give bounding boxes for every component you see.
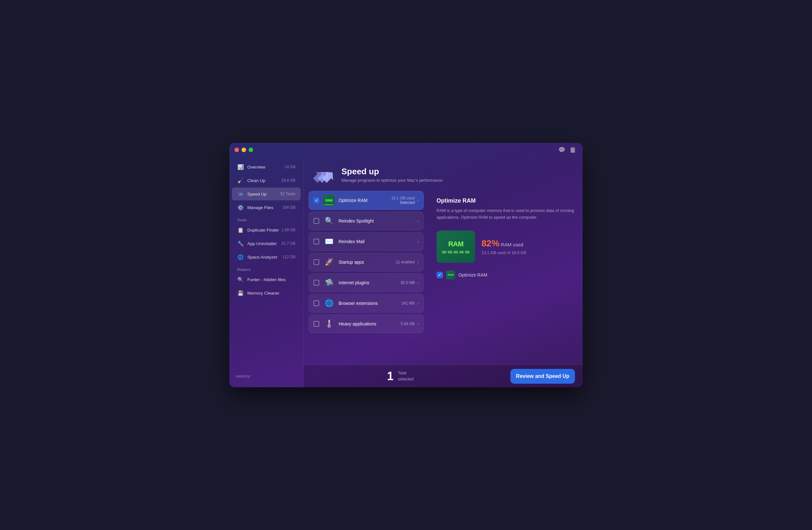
ram-chip-dots bbox=[442, 251, 469, 253]
task-name-startup: Startup apps bbox=[338, 260, 396, 265]
footer-task-count: 1 bbox=[387, 369, 393, 383]
footer: 1 Task selected Review and Speed Up bbox=[304, 365, 583, 387]
sidebar-value-managefiles: 108 GB bbox=[282, 205, 295, 210]
footer-right: Review and Speed Up bbox=[503, 369, 583, 384]
browser-task-icon: 🌐 bbox=[323, 297, 335, 309]
traffic-lights bbox=[234, 148, 253, 152]
task-item-browser-extensions[interactable]: 🌐 Browser extensions 241 MB › bbox=[309, 294, 424, 312]
sidebar-item-speedup[interactable]: ≫ Speed Up 52 Tasks bbox=[232, 187, 301, 200]
minimize-button[interactable] bbox=[242, 148, 246, 152]
sidebar-value-uninstaller: 31.7 GB bbox=[281, 241, 295, 246]
plugins-task-icon: 🛸 bbox=[323, 277, 335, 289]
sidebar-value-overview: 14 GB bbox=[285, 165, 295, 169]
sidebar-label-speedup: Speed Up bbox=[247, 192, 280, 196]
page-title: Speed up bbox=[342, 167, 443, 177]
ram-dot-1 bbox=[442, 251, 447, 253]
ram-dot-2 bbox=[448, 251, 452, 253]
footer-task-text: Task selected bbox=[398, 370, 414, 382]
task-chevron-4: › bbox=[417, 280, 419, 285]
space-icon: 🌐 bbox=[237, 253, 244, 261]
optimize-label: Optimize RAM bbox=[458, 273, 487, 278]
helpers-section-label: Helpers bbox=[229, 264, 303, 273]
close-button[interactable] bbox=[234, 148, 239, 152]
ram-percent-number: 82% bbox=[481, 238, 499, 249]
review-and-speedup-button[interactable]: Review and Speed Up bbox=[510, 369, 575, 384]
optimize-checkbox[interactable] bbox=[436, 272, 443, 278]
ram-dot-4 bbox=[459, 251, 464, 253]
task-item-optimize-ram[interactable]: RAM Optimize RAM 13.1 GB used Selected › bbox=[309, 191, 424, 210]
speedup-header-icon bbox=[313, 163, 336, 186]
sidebar-label-managefiles: Manage Files bbox=[247, 205, 282, 210]
sidebar-label-uninstaller: App Uninstaller bbox=[247, 241, 281, 246]
task-name-browser: Browser extensions bbox=[338, 301, 402, 306]
ram-chip-label: RAM bbox=[448, 240, 463, 248]
task-chevron-0: › bbox=[417, 198, 419, 203]
task-chevron-3: › bbox=[417, 260, 419, 265]
sidebar-label-memory: Memory Cleaner bbox=[247, 291, 295, 295]
task-item-heavy-apps[interactable]: 🌡️ Heavy applications 5.89 GB › bbox=[309, 315, 424, 333]
sidebar-label-duplicate: Duplicate Finder bbox=[247, 228, 281, 233]
content-header: Speed up Manage programs to optimize you… bbox=[304, 157, 583, 191]
task-value-plugins: 35.5 MB bbox=[401, 280, 415, 285]
fullscreen-button[interactable] bbox=[249, 148, 253, 152]
task-checkbox-optimize-ram[interactable] bbox=[314, 197, 319, 203]
task-item-startup-apps[interactable]: 🚀 Startup apps 11 enabled › bbox=[309, 253, 424, 271]
funter-icon: 🔍 bbox=[237, 276, 244, 283]
task-checkbox-heavy[interactable] bbox=[314, 321, 319, 327]
list-icon[interactable]: 📋 bbox=[569, 146, 576, 153]
task-checkbox-browser[interactable] bbox=[314, 301, 319, 306]
startup-task-icon: 🚀 bbox=[323, 256, 335, 268]
sidebar-item-cleanup[interactable]: 🧹 Clean Up 18.8 GB bbox=[232, 174, 301, 187]
optimize-ram-icon: RAM bbox=[446, 270, 455, 279]
task-value-startup: 11 enabled bbox=[396, 260, 415, 264]
tools-section-label: Tools bbox=[229, 214, 303, 223]
sidebar-item-memory[interactable]: 💾 Memory Cleaner bbox=[232, 287, 301, 299]
task-checkbox-startup[interactable] bbox=[314, 259, 319, 265]
task-item-reindex-mail[interactable]: ✉️ Reindex Mail › bbox=[309, 232, 424, 251]
task-item-reindex-spotlight[interactable]: 🔍 Reindex Spotlight › bbox=[309, 212, 424, 230]
sidebar-value-cleanup: 18.8 GB bbox=[281, 178, 295, 183]
sidebar-item-uninstaller[interactable]: 🔧 App Uninstaller 31.7 GB bbox=[232, 237, 301, 250]
sidebar-item-space[interactable]: 🌐 Space Analyzer 112 GB bbox=[232, 251, 301, 263]
task-name-plugins: Internet plugins bbox=[338, 280, 401, 285]
task-item-internet-plugins[interactable]: 🛸 Internet plugins 35.5 MB › bbox=[309, 273, 424, 292]
main-layout: 📊 Overview 14 GB 🧹 Clean Up 18.8 GB ≫ Sp… bbox=[229, 157, 583, 387]
detail-panel: Optimize RAM RAM is a type of computer m… bbox=[429, 191, 583, 365]
chat-icon[interactable]: 💬 bbox=[558, 146, 565, 153]
sidebar-item-duplicate[interactable]: 📋 Duplicate Finder 1.08 GB bbox=[232, 224, 301, 236]
footer-task-sublabel: selected bbox=[398, 376, 414, 382]
nektony-logo: nektony bbox=[236, 374, 250, 378]
heavy-task-icon: 🌡️ bbox=[323, 318, 335, 330]
task-checkbox-spotlight[interactable] bbox=[314, 218, 319, 224]
uninstaller-icon: 🔧 bbox=[237, 240, 244, 247]
content-area: Speed up Manage programs to optimize you… bbox=[303, 157, 583, 387]
sidebar-item-overview[interactable]: 📊 Overview 14 GB bbox=[232, 161, 301, 173]
task-chevron-6: › bbox=[417, 321, 419, 326]
detail-description: RAM is a type of computer memory that is… bbox=[436, 207, 575, 221]
footer-center: 1 Task selected bbox=[377, 369, 503, 383]
memory-icon: 💾 bbox=[237, 290, 244, 296]
spotlight-task-icon: 🔍 bbox=[323, 215, 335, 227]
header-text: Speed up Manage programs to optimize you… bbox=[342, 167, 443, 183]
task-value-heavy: 5.89 GB bbox=[401, 322, 415, 326]
task-value-optimize-ram: 13.1 GB used Selected bbox=[391, 196, 415, 205]
sidebar-item-funter[interactable]: 🔍 Funter - hidden files bbox=[232, 273, 301, 286]
ram-visual: RAM 82% RAM bbox=[436, 231, 575, 263]
sidebar-item-managefiles[interactable]: ⚙️ Manage Files 108 GB bbox=[232, 201, 301, 214]
sidebar-label-overview: Overview bbox=[247, 165, 285, 169]
ram-percent-label: RAM used bbox=[501, 242, 523, 247]
managefiles-icon: ⚙️ bbox=[237, 204, 244, 211]
sidebar-value-duplicate: 1.08 GB bbox=[281, 228, 295, 232]
ram-stats: 82% RAM used 13.1 GB used of 16.0 GB bbox=[481, 238, 575, 255]
sidebar-bottom: nektony bbox=[229, 368, 303, 384]
task-name-mail: Reindex Mail bbox=[338, 239, 415, 244]
task-name-optimize-ram: Optimize RAM bbox=[338, 198, 391, 203]
sidebar: 📊 Overview 14 GB 🧹 Clean Up 18.8 GB ≫ Sp… bbox=[229, 157, 303, 387]
speedup-arrows-graphic bbox=[313, 163, 336, 186]
ram-usage-detail: 13.1 GB used of 16.0 GB bbox=[481, 251, 575, 255]
sidebar-value-space: 112 GB bbox=[282, 255, 295, 259]
task-checkbox-plugins[interactable] bbox=[314, 280, 319, 285]
cleanup-icon: 🧹 bbox=[237, 177, 244, 184]
task-checkbox-mail[interactable] bbox=[314, 239, 319, 245]
task-value-browser: 241 MB bbox=[402, 301, 415, 306]
